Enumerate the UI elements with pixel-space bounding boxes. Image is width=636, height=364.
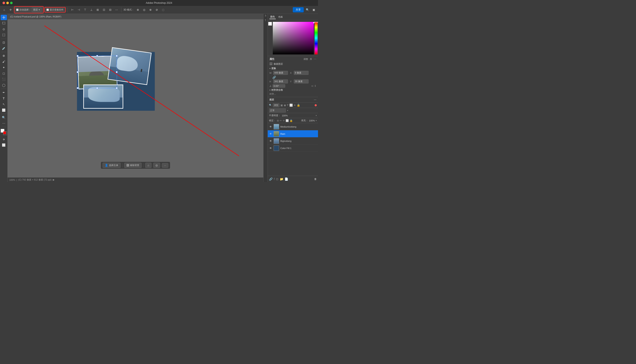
eraser-tool-btn[interactable]: ◻ (1, 70, 7, 76)
filter-icon-adj[interactable]: ◉ (284, 104, 286, 107)
opacity-value[interactable]: 100% (282, 114, 288, 117)
layer-visibility-colorfill[interactable]: 👁 (269, 146, 272, 150)
filter-icon[interactable]: 🔍 (269, 104, 272, 106)
align-center-v-icon[interactable]: ⊞ (95, 7, 100, 12)
quick-mask-btn[interactable]: ◑ (1, 136, 7, 142)
canvas-content[interactable]: 👤 选择主体 🖼 移除背景 ⌂ ◎ ··· (8, 19, 263, 178)
refine-btn[interactable]: ◎ (153, 163, 160, 168)
filter-icon-shape[interactable]: ⬜ (289, 104, 293, 107)
show-transform-checkbox[interactable] (47, 8, 49, 11)
3d-icon1[interactable]: ⊕ (135, 7, 140, 12)
align-top-icon[interactable]: ⊥ (89, 7, 94, 12)
flip-v-icon[interactable]: ⇕ (314, 84, 316, 88)
lock-artboard-icon[interactable]: ⬜ (286, 119, 289, 122)
3d-icon4[interactable]: ⊘ (154, 7, 159, 12)
3d-icon5[interactable]: ◌ (160, 7, 166, 12)
zoom-tool-btn[interactable]: 🔍 (1, 115, 7, 120)
filter-icon-lock[interactable]: 🔒 (297, 104, 300, 107)
gradient-tool-btn[interactable]: ⬛ (1, 76, 7, 82)
paragraph-icon[interactable]: ¶ (265, 19, 266, 22)
angle-value[interactable]: 0.00° (272, 84, 285, 88)
fg-color-swatch[interactable] (268, 22, 272, 26)
swatches-tab[interactable]: 色板 (277, 15, 284, 19)
align-left-icon[interactable]: ⊢ (70, 7, 75, 12)
h-value[interactable]: 341 像素 (273, 80, 288, 84)
align-right-icon[interactable]: ⊤ (83, 7, 88, 12)
filter-icon-px[interactable]: ▣ (280, 104, 283, 107)
3d-icon2[interactable]: ◎ (142, 7, 147, 12)
screen-mode-btn[interactable]: ⬜ (1, 142, 7, 148)
lock-all-icon[interactable]: 🔒 (290, 119, 293, 122)
show-transform-btn[interactable]: 显示变换控件 (45, 7, 65, 12)
opacity-arrow[interactable]: ▾ (316, 114, 317, 117)
path-select-btn[interactable]: ↖ (1, 102, 7, 107)
align-center-h-icon[interactable]: ⊣ (76, 7, 81, 12)
filter-icon-type[interactable]: T (287, 104, 288, 107)
chevron-down-icon[interactable]: ▾ (269, 67, 270, 70)
fill-arrow[interactable]: ▾ (316, 119, 317, 122)
close-button[interactable] (3, 2, 5, 4)
adjust-tab[interactable]: 调整 (303, 58, 308, 61)
auto-select-btn[interactable]: 自动选择： 图层 ▾ (14, 6, 43, 13)
hue-slider[interactable] (315, 22, 317, 54)
move-tool-btn[interactable] (1, 15, 7, 20)
layers-menu-icon[interactable]: ⋯ (314, 98, 316, 101)
pen-tool-btn[interactable]: ✒ (1, 90, 7, 95)
type-tool-btn[interactable]: T (1, 96, 7, 101)
object-select-tool-btn[interactable] (1, 32, 7, 38)
share-button[interactable]: 共享 (293, 7, 304, 12)
dodge-tool-btn[interactable]: ◯ (1, 82, 7, 88)
y-value[interactable]: 30 像素 (294, 80, 308, 84)
search-icon[interactable]: 🔍 (305, 7, 310, 12)
align-bottom-icon[interactable]: ⊡ (101, 7, 106, 12)
maximize-button[interactable] (10, 2, 13, 4)
extra-tools-btn[interactable]: ⋯ (1, 121, 7, 126)
color-gradient-field[interactable] (273, 22, 314, 54)
fill-value[interactable]: 100% (309, 119, 315, 122)
delete-layer-icon[interactable]: 🗑 (314, 178, 317, 180)
blend-dropdown-icon[interactable]: ▾ (287, 109, 288, 112)
w-value[interactable]: 449 像素 (273, 71, 288, 75)
crop-tool-btn[interactable]: ⊡ (1, 40, 7, 45)
clone-tool-btn[interactable]: ✦ (1, 65, 7, 70)
link-layers-icon[interactable]: 🔗 (269, 178, 272, 181)
flip-h-icon[interactable]: ⇔ (311, 84, 313, 88)
blend-mode-select[interactable]: 正常 (269, 108, 286, 112)
doc-tab[interactable]: (C) Iceland Postcard.psd @ 100% (Ram, RG… (8, 14, 263, 19)
filter-icon-smart[interactable]: ✦ (293, 104, 296, 107)
layer-dropdown[interactable]: 图层 ▾ (32, 7, 42, 12)
layer-item-bigiceberg[interactable]: 👁 BigIceberg (268, 138, 318, 144)
healing-tool-btn[interactable]: ⊕ (1, 53, 7, 58)
add-style-icon[interactable]: f (274, 178, 275, 181)
lock-px-icon[interactable]: ⊞ (277, 119, 279, 122)
mask-btn[interactable]: ⌂ (145, 163, 151, 168)
auto-select-checkbox[interactable] (16, 8, 19, 11)
layer-visibility-bigiceberg[interactable]: 👁 (269, 139, 272, 143)
lock-brush-icon[interactable]: ✏ (280, 119, 282, 122)
eyedropper-tool-btn[interactable]: 💉 (1, 46, 7, 51)
lasso-tool-btn[interactable]: ⊙ (1, 26, 7, 32)
chevron-down-icon2[interactable]: ▾ (269, 89, 270, 91)
lock-move-icon[interactable]: ✛ (283, 119, 285, 122)
panels-icon[interactable]: ▣ (311, 7, 316, 12)
distribute-h-icon[interactable]: ⊟ (108, 7, 113, 12)
select-rect-tool-btn[interactable] (1, 20, 7, 26)
layer-item-colorfill[interactable]: 👁 Color Fill 1 (268, 144, 318, 152)
status-arrow[interactable]: ▶ (53, 178, 55, 181)
home-icon[interactable]: ⌂ (2, 7, 7, 12)
add-mask-icon[interactable]: ⊡ (276, 178, 278, 181)
layer-item-mediumiceberg[interactable]: 👁 MediumIceberg (268, 123, 318, 130)
remove-bg-btn[interactable]: 🖼 移除背景 (124, 163, 142, 168)
library-tab[interactable]: 库 (310, 58, 312, 61)
x-value[interactable]: 8 像素 (294, 71, 308, 75)
color-swatches[interactable] (1, 129, 7, 135)
new-group-icon[interactable]: 📁 (280, 178, 283, 181)
layer-visibility-ram[interactable]: 👁 (269, 132, 272, 136)
more-btn[interactable]: ··· (162, 163, 168, 168)
filter-type-btn[interactable]: 类型 (273, 104, 279, 107)
new-layer-icon[interactable]: 📄 (284, 178, 288, 181)
shape-tool-btn[interactable]: ⬜ (1, 108, 7, 113)
minimize-button[interactable] (6, 2, 9, 4)
layer-visibility-mediumiceberg[interactable]: 👁 (269, 125, 272, 128)
expand-icon[interactable]: ⋯ (314, 58, 316, 61)
